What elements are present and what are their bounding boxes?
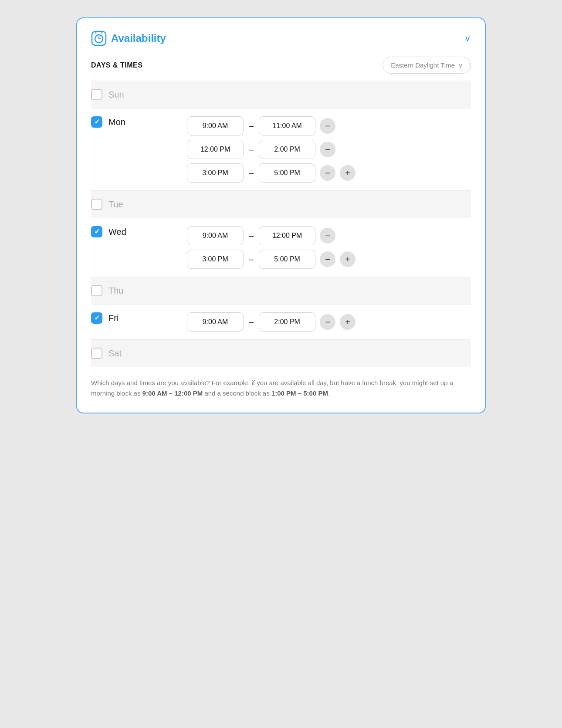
timezone-label: Eastern Daylight Time bbox=[391, 61, 455, 69]
collapse-chevron-icon[interactable]: ∨ bbox=[464, 33, 471, 44]
time-slot-wed-1: 3:00 PM–5:00 PM−+ bbox=[187, 250, 471, 269]
checkbox-sun[interactable] bbox=[91, 89, 102, 100]
time-dash-wed-1: – bbox=[248, 254, 254, 264]
day-name-tue: Tue bbox=[108, 200, 123, 210]
days-times-header: DAYS & TIMES Eastern Daylight Time ∨ bbox=[91, 57, 471, 81]
time-slot-mon-0: 9:00 AM–11:00 AM− bbox=[187, 116, 471, 135]
time-slot-mon-2: 3:00 PM–5:00 PM−+ bbox=[187, 163, 471, 183]
remove-slot-button-wed-0[interactable]: − bbox=[320, 228, 335, 244]
end-time-fri-0[interactable]: 2:00 PM bbox=[259, 312, 315, 332]
day-name-thu: Thu bbox=[108, 286, 123, 296]
days-container: Sun✓Mon9:00 AM–11:00 AM−12:00 PM–2:00 PM… bbox=[91, 81, 471, 367]
start-time-wed-0[interactable]: 9:00 AM bbox=[187, 226, 244, 245]
time-dash-mon-0: – bbox=[248, 121, 254, 131]
time-slot-mon-1: 12:00 PM–2:00 PM− bbox=[187, 140, 471, 159]
end-time-wed-0[interactable]: 12:00 PM bbox=[259, 226, 315, 245]
remove-slot-button-mon-2[interactable]: − bbox=[320, 165, 335, 181]
footer-text: Which days and times are you available? … bbox=[91, 378, 471, 399]
availability-card: Availability ∨ DAYS & TIMES Eastern Dayl… bbox=[76, 17, 486, 413]
time-dash-fri-0: – bbox=[248, 317, 254, 327]
footer-bold2: 1:00 PM – 5:00 PM bbox=[271, 389, 328, 397]
header-title: Availability bbox=[111, 32, 166, 44]
add-slot-button-wed-1[interactable]: + bbox=[340, 251, 355, 267]
day-name-wed: Wed bbox=[108, 227, 126, 237]
days-times-label: DAYS & TIMES bbox=[91, 61, 142, 69]
end-time-mon-0[interactable]: 11:00 AM bbox=[259, 116, 315, 135]
card-header: Availability ∨ bbox=[91, 30, 471, 46]
day-row-mon: ✓Mon9:00 AM–11:00 AM−12:00 PM–2:00 PM−3:… bbox=[91, 108, 471, 191]
day-row-wed: ✓Wed9:00 AM–12:00 PM−3:00 PM–5:00 PM−+ bbox=[91, 218, 471, 277]
remove-slot-button-fri-0[interactable]: − bbox=[320, 314, 335, 330]
day-row-sat: Sat bbox=[91, 340, 471, 367]
end-time-mon-1[interactable]: 2:00 PM bbox=[259, 140, 315, 159]
checkbox-wed[interactable]: ✓ bbox=[91, 226, 102, 237]
checkbox-fri[interactable]: ✓ bbox=[91, 312, 102, 324]
end-time-wed-1[interactable]: 5:00 PM bbox=[259, 250, 315, 269]
footer-text-after: . bbox=[328, 389, 330, 397]
timezone-chevron-icon: ∨ bbox=[458, 62, 463, 69]
start-time-wed-1[interactable]: 3:00 PM bbox=[187, 250, 244, 269]
time-dash-mon-1: – bbox=[248, 145, 254, 155]
header-left: Availability bbox=[91, 30, 166, 46]
remove-slot-button-wed-1[interactable]: − bbox=[320, 251, 335, 267]
day-row-fri: ✓Fri9:00 AM–2:00 PM−+ bbox=[91, 305, 471, 340]
timezone-dropdown[interactable]: Eastern Daylight Time ∨ bbox=[383, 57, 471, 74]
clock-icon bbox=[91, 30, 107, 46]
remove-slot-button-mon-0[interactable]: − bbox=[320, 118, 335, 134]
time-slot-wed-0: 9:00 AM–12:00 PM− bbox=[187, 226, 471, 245]
day-row-tue: Tue bbox=[91, 191, 471, 218]
remove-slot-button-mon-1[interactable]: − bbox=[320, 142, 335, 157]
time-slot-fri-0: 9:00 AM–2:00 PM−+ bbox=[187, 312, 471, 332]
day-name-fri: Fri bbox=[108, 313, 118, 323]
start-time-fri-0[interactable]: 9:00 AM bbox=[187, 312, 244, 332]
day-name-sun: Sun bbox=[108, 90, 124, 100]
day-name-sat: Sat bbox=[108, 349, 122, 359]
checkbox-tue[interactable] bbox=[91, 199, 102, 210]
day-row-sun: Sun bbox=[91, 81, 471, 108]
add-slot-button-fri-0[interactable]: + bbox=[340, 314, 355, 330]
day-row-thu: Thu bbox=[91, 277, 471, 305]
footer-bold1: 9:00 AM – 12:00 PM bbox=[142, 389, 203, 397]
start-time-mon-2[interactable]: 3:00 PM bbox=[187, 163, 244, 183]
add-slot-button-mon-2[interactable]: + bbox=[340, 165, 355, 181]
start-time-mon-0[interactable]: 9:00 AM bbox=[187, 116, 244, 135]
checkbox-sat[interactable] bbox=[91, 348, 102, 359]
start-time-mon-1[interactable]: 12:00 PM bbox=[187, 140, 244, 159]
time-dash-mon-2: – bbox=[248, 168, 254, 178]
checkbox-thu[interactable] bbox=[91, 285, 102, 296]
footer-text-between: and a second block as bbox=[203, 389, 271, 397]
checkbox-mon[interactable]: ✓ bbox=[91, 116, 102, 128]
time-dash-wed-0: – bbox=[248, 231, 254, 241]
day-name-mon: Mon bbox=[108, 117, 125, 127]
end-time-mon-2[interactable]: 5:00 PM bbox=[259, 163, 315, 183]
